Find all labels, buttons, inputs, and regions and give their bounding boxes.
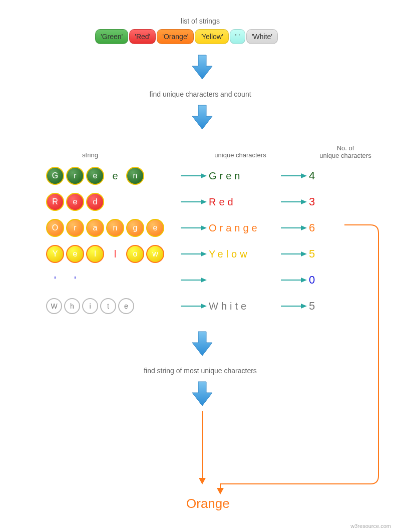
result-text: Orange <box>186 496 230 511</box>
diagram-container: { "labels": { "title": "list of strings"… <box>0 0 396 532</box>
footer-credit: w3resource.com <box>350 523 391 529</box>
short-connector <box>0 0 396 532</box>
